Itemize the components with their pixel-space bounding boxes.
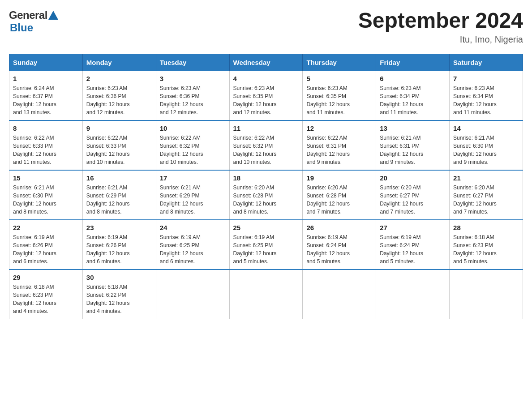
day-number: 16 [86,174,152,182]
day-number: 28 [453,224,519,231]
day-info: Sunrise: 6:22 AM Sunset: 6:33 PM Dayligh… [86,134,152,166]
calendar-cell: 28Sunrise: 6:18 AM Sunset: 6:23 PM Dayli… [450,220,523,270]
day-number: 2 [86,75,152,82]
day-number: 23 [86,224,152,231]
calendar-cell: 26Sunrise: 6:19 AM Sunset: 6:24 PM Dayli… [303,220,376,270]
calendar-cell [450,270,523,319]
calendar-cell: 25Sunrise: 6:19 AM Sunset: 6:25 PM Dayli… [229,220,303,270]
calendar-cell: 9Sunrise: 6:22 AM Sunset: 6:33 PM Daylig… [82,120,156,170]
column-header-thursday: Thursday [303,54,376,71]
day-number: 12 [306,124,372,132]
calendar-week-row: 22Sunrise: 6:19 AM Sunset: 6:26 PM Dayli… [9,220,523,270]
day-number: 13 [380,124,446,132]
calendar-cell: 14Sunrise: 6:21 AM Sunset: 6:30 PM Dayli… [450,120,523,170]
day-info: Sunrise: 6:21 AM Sunset: 6:30 PM Dayligh… [453,134,519,166]
day-number: 5 [306,75,372,82]
day-number: 22 [13,224,79,231]
column-header-tuesday: Tuesday [156,54,229,71]
calendar-cell: 11Sunrise: 6:22 AM Sunset: 6:32 PM Dayli… [229,120,303,170]
column-header-sunday: Sunday [9,54,83,71]
calendar-subtitle: Itu, Imo, Nigeria [358,34,523,45]
calendar-table: SundayMondayTuesdayWednesdayThursdayFrid… [9,54,523,319]
day-number: 8 [13,124,79,132]
day-number: 18 [233,174,299,182]
day-number: 19 [306,174,372,182]
day-number: 7 [453,75,519,82]
day-number: 29 [13,274,79,281]
day-info: Sunrise: 6:23 AM Sunset: 6:35 PM Dayligh… [233,84,299,116]
day-number: 10 [160,124,226,132]
calendar-cell: 21Sunrise: 6:20 AM Sunset: 6:27 PM Dayli… [450,170,523,220]
calendar-cell: 2Sunrise: 6:23 AM Sunset: 6:36 PM Daylig… [82,71,156,120]
svg-marker-0 [48,11,58,20]
calendar-cell: 13Sunrise: 6:21 AM Sunset: 6:31 PM Dayli… [376,120,450,170]
column-header-wednesday: Wednesday [229,54,303,71]
day-number: 4 [233,75,299,82]
day-info: Sunrise: 6:18 AM Sunset: 6:23 PM Dayligh… [453,233,519,265]
calendar-cell: 4Sunrise: 6:23 AM Sunset: 6:35 PM Daylig… [229,71,303,120]
logo: General Blue [9,9,58,34]
day-number: 17 [160,174,226,182]
column-header-saturday: Saturday [450,54,523,71]
calendar-cell [376,270,450,319]
day-number: 15 [13,174,79,182]
logo-blue-text: Blue [10,21,33,34]
calendar-cell: 19Sunrise: 6:20 AM Sunset: 6:28 PM Dayli… [303,170,376,220]
calendar-cell: 10Sunrise: 6:22 AM Sunset: 6:32 PM Dayli… [156,120,229,170]
calendar-cell: 24Sunrise: 6:19 AM Sunset: 6:25 PM Dayli… [156,220,229,270]
day-info: Sunrise: 6:19 AM Sunset: 6:25 PM Dayligh… [160,233,226,265]
calendar-cell: 3Sunrise: 6:23 AM Sunset: 6:36 PM Daylig… [156,71,229,120]
calendar-header-row: SundayMondayTuesdayWednesdayThursdayFrid… [9,54,523,71]
day-info: Sunrise: 6:22 AM Sunset: 6:31 PM Dayligh… [306,134,372,166]
calendar-cell: 22Sunrise: 6:19 AM Sunset: 6:26 PM Dayli… [9,220,83,270]
day-info: Sunrise: 6:20 AM Sunset: 6:28 PM Dayligh… [233,184,299,216]
day-number: 26 [306,224,372,231]
calendar-cell: 1Sunrise: 6:24 AM Sunset: 6:37 PM Daylig… [9,71,83,120]
calendar-cell: 17Sunrise: 6:21 AM Sunset: 6:29 PM Dayli… [156,170,229,220]
day-number: 24 [160,224,226,231]
calendar-cell [303,270,376,319]
day-info: Sunrise: 6:20 AM Sunset: 6:28 PM Dayligh… [306,184,372,216]
day-number: 11 [233,124,299,132]
title-block: September 2024 Itu, Imo, Nigeria [358,9,523,45]
day-info: Sunrise: 6:20 AM Sunset: 6:27 PM Dayligh… [453,184,519,216]
day-info: Sunrise: 6:23 AM Sunset: 6:35 PM Dayligh… [306,84,372,116]
day-info: Sunrise: 6:22 AM Sunset: 6:32 PM Dayligh… [160,134,226,166]
day-info: Sunrise: 6:21 AM Sunset: 6:30 PM Dayligh… [13,184,79,216]
calendar-cell: 16Sunrise: 6:21 AM Sunset: 6:29 PM Dayli… [82,170,156,220]
calendar-week-row: 1Sunrise: 6:24 AM Sunset: 6:37 PM Daylig… [9,71,523,120]
page-header: General Blue September 2024 Itu, Imo, Ni… [9,9,523,45]
column-header-friday: Friday [376,54,450,71]
calendar-cell: 20Sunrise: 6:20 AM Sunset: 6:27 PM Dayli… [376,170,450,220]
calendar-cell: 23Sunrise: 6:19 AM Sunset: 6:26 PM Dayli… [82,220,156,270]
day-number: 3 [160,75,226,82]
calendar-cell [156,270,229,319]
day-info: Sunrise: 6:22 AM Sunset: 6:33 PM Dayligh… [13,134,79,166]
calendar-cell: 5Sunrise: 6:23 AM Sunset: 6:35 PM Daylig… [303,71,376,120]
day-info: Sunrise: 6:21 AM Sunset: 6:31 PM Dayligh… [380,134,446,166]
day-info: Sunrise: 6:21 AM Sunset: 6:29 PM Dayligh… [86,184,152,216]
day-number: 9 [86,124,152,132]
day-number: 27 [380,224,446,231]
day-info: Sunrise: 6:20 AM Sunset: 6:27 PM Dayligh… [380,184,446,216]
calendar-cell: 6Sunrise: 6:23 AM Sunset: 6:34 PM Daylig… [376,71,450,120]
day-info: Sunrise: 6:23 AM Sunset: 6:34 PM Dayligh… [380,84,446,116]
day-info: Sunrise: 6:23 AM Sunset: 6:34 PM Dayligh… [453,84,519,116]
calendar-cell: 30Sunrise: 6:18 AM Sunset: 6:22 PM Dayli… [82,270,156,319]
day-number: 20 [380,174,446,182]
logo-general-text: General [9,9,47,21]
calendar-title: September 2024 [358,9,523,33]
day-number: 14 [453,124,519,132]
day-number: 1 [13,75,79,82]
calendar-week-row: 15Sunrise: 6:21 AM Sunset: 6:30 PM Dayli… [9,170,523,220]
calendar-cell [229,270,303,319]
day-info: Sunrise: 6:19 AM Sunset: 6:24 PM Dayligh… [380,233,446,265]
calendar-cell: 29Sunrise: 6:18 AM Sunset: 6:23 PM Dayli… [9,270,83,319]
calendar-cell: 12Sunrise: 6:22 AM Sunset: 6:31 PM Dayli… [303,120,376,170]
calendar-week-row: 8Sunrise: 6:22 AM Sunset: 6:33 PM Daylig… [9,120,523,170]
day-info: Sunrise: 6:19 AM Sunset: 6:26 PM Dayligh… [13,233,79,265]
calendar-cell: 15Sunrise: 6:21 AM Sunset: 6:30 PM Dayli… [9,170,83,220]
day-info: Sunrise: 6:24 AM Sunset: 6:37 PM Dayligh… [13,84,79,116]
day-info: Sunrise: 6:22 AM Sunset: 6:32 PM Dayligh… [233,134,299,166]
day-info: Sunrise: 6:23 AM Sunset: 6:36 PM Dayligh… [160,84,226,116]
